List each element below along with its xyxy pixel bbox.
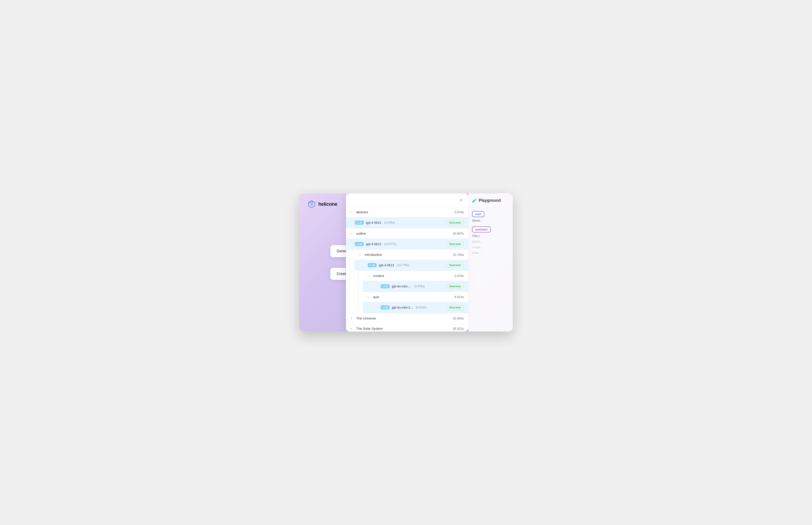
- trace-child-left-outline: LLM gpt-4-0613 (15.077s): [355, 242, 396, 246]
- llm-badge-content: LLM: [381, 284, 390, 288]
- subgroup-introduction: − Introduction 22.764s LLM gpt-4-0613 (1…: [349, 250, 468, 313]
- user-role-badge[interactable]: user: [472, 211, 484, 217]
- trace-row-left-universe: + The Universe: [350, 316, 376, 320]
- trace-list[interactable]: − abstract 3.976s LLM gpt-4-0613 (3.976s…: [346, 207, 468, 331]
- success-badge-intro: Success: [446, 262, 464, 268]
- success-badge-outline: Success: [446, 241, 464, 247]
- trace-child-outline-llm[interactable]: LLM gpt-4-0613 (15.077s) Success: [346, 238, 468, 250]
- llm-model-content: gpt-4o-mini-...: [392, 285, 411, 288]
- toggle-solar[interactable]: +: [350, 327, 354, 330]
- trace-name-solar: The Solar System: [356, 327, 382, 330]
- trace-row-introduction[interactable]: − Introduction 22.764s: [354, 250, 468, 260]
- toggle-universe[interactable]: +: [350, 317, 354, 320]
- trace-row-left-content: − content: [367, 274, 384, 278]
- trace-name-outline: outline: [356, 231, 366, 235]
- panel-header: ×: [346, 194, 468, 207]
- trace-group-universe: + The Universe 25.495s: [346, 313, 468, 324]
- helicone-logo-icon: [307, 200, 316, 209]
- trace-row-solar[interactable]: + The Solar System 26.521s: [346, 324, 468, 331]
- trace-child-left-quiz: LLM gpt-4o-mini-2... (6.513s): [381, 305, 426, 310]
- inner-group-quiz: − quiz 6.513s LLM gpt-4o-mini-2... (6.51…: [358, 292, 468, 313]
- llm-model-intro: gpt-4-0613: [379, 264, 394, 267]
- toggle-content[interactable]: −: [367, 274, 371, 278]
- trace-child-left-intro: LLM gpt-4-0613 (12.775s): [368, 263, 409, 267]
- close-button[interactable]: ×: [458, 197, 464, 203]
- llm-duration-abstract: (3.976s): [384, 221, 395, 224]
- trace-row-left-outline: − outline: [350, 231, 366, 235]
- toggle-outline[interactable]: −: [350, 232, 354, 235]
- playground-icon: 🧪: [472, 198, 477, 203]
- trace-child-quiz-llm[interactable]: LLM gpt-4o-mini-2... (6.513s) Success: [363, 302, 468, 313]
- trace-time-content: 3.476s: [454, 274, 464, 278]
- trace-time-universe: 25.495s: [453, 317, 464, 320]
- trace-name-universe: The Universe: [356, 316, 376, 320]
- trace-child-left: LLM gpt-4-0613 (3.976s): [355, 221, 395, 225]
- trace-row-abstract[interactable]: − abstract 3.976s: [346, 207, 468, 217]
- llm-badge-outline: LLM: [355, 242, 364, 246]
- success-badge-abstract: Success: [446, 220, 464, 225]
- llm-model-quiz: gpt-4o-mini-2...: [392, 306, 413, 309]
- success-badge-content: Success: [446, 283, 464, 289]
- trace-row-quiz[interactable]: − quiz 6.513s: [363, 292, 468, 302]
- app-container: helicone Generate course outline Create …: [299, 194, 513, 331]
- success-badge-quiz: Success: [446, 304, 464, 310]
- trace-row-left: − abstract: [350, 210, 368, 214]
- llm-duration-intro: (12.775s): [397, 264, 409, 267]
- trace-group-abstract: − abstract 3.976s LLM gpt-4-0613 (3.976s…: [346, 207, 468, 228]
- trace-time-introduction: 22.764s: [453, 253, 464, 256]
- app-name: helicone: [318, 201, 337, 207]
- llm-model-outline: gpt-4-0613: [366, 242, 381, 246]
- trace-time-outline: 43.997s: [453, 232, 464, 235]
- trace-name-quiz: quiz: [373, 295, 379, 299]
- logo-area: helicone: [307, 200, 337, 209]
- main-panel: × − abstract 3.976s LLM gpt-4-0613 (3.97…: [346, 194, 468, 331]
- llm-duration-content: (3.476s): [414, 285, 425, 288]
- sidebar-title: Playground: [479, 198, 501, 203]
- llm-model-abstract: gpt-4-0613: [366, 221, 381, 224]
- llm-duration-quiz: (6.513s): [416, 306, 426, 309]
- sidebar-header: 🧪 Playground: [469, 194, 513, 208]
- trace-row-left-solar: + The Solar System: [350, 327, 382, 330]
- trace-name-content: content: [373, 274, 384, 278]
- trace-child-content-llm[interactable]: LLM gpt-4o-mini-... (3.476s) Success: [363, 281, 468, 292]
- trace-group-solar: + The Solar System 26.521s: [346, 324, 468, 331]
- llm-badge: LLM: [355, 221, 364, 225]
- trace-row-left-intro: − Introduction: [359, 253, 382, 256]
- trace-name-abstract: abstract: [356, 210, 368, 214]
- chat-bubble-assistant: assistant This c physio... of spa... und…: [472, 226, 509, 255]
- trace-child-left-content: LLM gpt-4o-mini-... (3.476s): [381, 284, 425, 288]
- llm-badge-intro: LLM: [368, 263, 377, 267]
- trace-group-outline: − outline 43.997s LLM gpt-4-0613 (15.077…: [346, 228, 468, 313]
- user-message-text: Gener...: [472, 219, 509, 223]
- trace-row-outline[interactable]: − outline 43.997s: [346, 228, 468, 238]
- assistant-message-line4: unde...: [472, 251, 509, 255]
- trace-name-introduction: Introduction: [365, 253, 382, 256]
- trace-time-solar: 26.521s: [453, 327, 464, 330]
- toggle-quiz[interactable]: −: [367, 295, 371, 299]
- assistant-message-line1: This c: [472, 234, 509, 238]
- trace-row-universe[interactable]: + The Universe 25.495s: [346, 313, 468, 323]
- llm-badge-quiz: LLM: [381, 305, 390, 310]
- chat-bubble-user: user Gener...: [472, 211, 509, 223]
- trace-row-content[interactable]: − content 3.476s: [363, 271, 468, 281]
- llm-duration-outline: (15.077s): [384, 242, 396, 245]
- chat-area: user Gener... assistant This c physio...…: [469, 208, 513, 331]
- toggle-abstract[interactable]: −: [350, 210, 354, 214]
- trace-time-abstract: 3.976s: [454, 210, 464, 214]
- trace-time-quiz: 6.513s: [454, 295, 464, 299]
- assistant-message-line2: physio...: [472, 239, 509, 244]
- assistant-role-badge[interactable]: assistant: [472, 226, 491, 232]
- trace-row-left-quiz: − quiz: [367, 295, 379, 299]
- trace-child-intro-llm[interactable]: LLM gpt-4-0613 (12.775s) Success: [354, 260, 468, 271]
- assistant-message-line3: of spa...: [472, 245, 509, 250]
- right-sidebar: 🧪 Playground user Gener... assistant Thi…: [468, 194, 513, 331]
- toggle-introduction[interactable]: −: [359, 253, 362, 256]
- inner-group-content: − content 3.476s LLM gpt-4o-mini-... (3.…: [358, 271, 468, 292]
- trace-child-abstract-llm[interactable]: LLM gpt-4-0613 (3.976s) Success: [346, 217, 468, 228]
